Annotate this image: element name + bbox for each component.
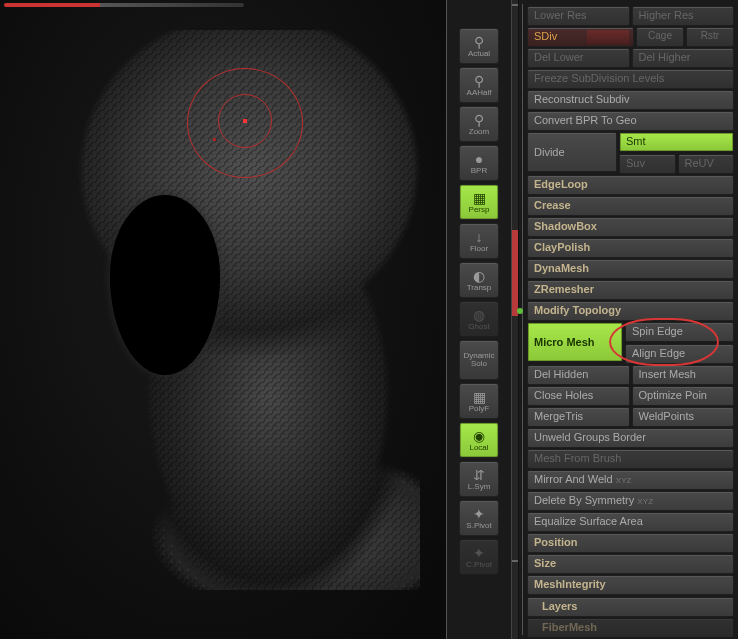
spin-edge-button[interactable]: Spin Edge [625,322,734,342]
tool-panel: Lower Res Higher Res SDiv Cage Rstr Del … [519,0,738,639]
reuv-button[interactable]: ReUV [678,154,735,174]
equalize-surface-button[interactable]: Equalize Surface Area [527,512,734,532]
shelf-transp-icon: ◐ [473,269,485,283]
shelf-ghost-label: Ghost [468,323,489,331]
section-dynamesh[interactable]: DynaMesh [527,259,734,279]
shelf-transp-button[interactable]: ◐Transp [459,262,499,298]
shelf-local-label: Local [469,444,488,452]
shelf-lsym-icon: ⇵ [473,468,485,482]
xyz-indicator-icon: X Y Z [616,476,634,485]
shelf-actual-icon: ⚲ [474,35,484,49]
unweld-groups-button[interactable]: Unweld Groups Border [527,428,734,448]
shelf-aahalf-icon: ⚲ [474,74,484,88]
shelf-bpr-icon: ● [475,152,483,166]
reconstruct-subdiv-button[interactable]: Reconstruct Subdiv [527,90,734,110]
viewport-divider [446,0,447,639]
shelf-cpivot-label: C.Pivot [466,561,492,569]
shelf-cpivot-button[interactable]: ✦C.Pivot [459,539,499,575]
mergetris-button[interactable]: MergeTris [527,407,630,427]
shelf-floor-button[interactable]: ↓Floor [459,223,499,259]
shelf-dynamic-solo-label: Solo [471,360,487,368]
shelf-bpr-button[interactable]: ●BPR [459,145,499,181]
shelf-cpivot-icon: ✦ [473,546,485,560]
section-crease[interactable]: Crease [527,196,734,216]
rstr-button[interactable]: Rstr [686,27,734,47]
optimize-points-button[interactable]: Optimize Poin [632,386,735,406]
shelf-zoom-label: Zoom [469,128,489,136]
section-size[interactable]: Size [527,554,734,574]
section-layers[interactable]: Layers [527,597,734,617]
history-slider[interactable] [4,3,244,7]
smt-button[interactable]: Smt [619,132,734,152]
close-holes-button[interactable]: Close Holes [527,386,630,406]
shelf-spivot-label: S.Pivot [466,522,491,530]
section-zremesher[interactable]: ZRemesher [527,280,734,300]
shelf-spivot-icon: ✦ [473,507,485,521]
freeze-subdiv-button[interactable]: Freeze SubDivision Levels [527,69,734,89]
section-meshintegrity[interactable]: MeshIntegrity [527,575,734,595]
convert-bpr-button[interactable]: Convert BPR To Geo [527,111,734,131]
shelf-local-icon: ◉ [473,429,485,443]
brush-center-dot [243,119,247,123]
delete-by-symmetry-button[interactable]: Delete By Symmetry X Y Z [527,491,734,511]
shelf-polyf-icon: ▦ [473,390,486,404]
micro-mesh-button[interactable]: Micro Mesh [527,322,623,362]
shelf-spivot-button[interactable]: ✦S.Pivot [459,500,499,536]
shelf-ghost-button[interactable]: ◍Ghost [459,301,499,337]
section-active-dot-icon [517,308,523,314]
shelf-local-button[interactable]: ◉Local [459,422,499,458]
cage-button[interactable]: Cage [636,27,684,47]
sdiv-label: SDiv [534,30,557,42]
align-edge-button[interactable]: Align Edge [625,344,734,364]
shelf-polyf-label: PolyF [469,405,489,413]
shelf-lsym-label: L.Sym [468,483,491,491]
mirror-and-weld-button[interactable]: Mirror And Weld X Y Z [527,470,734,490]
shelf-ghost-icon: ◍ [473,308,485,322]
shelf-actual-button[interactable]: ⚲Actual [459,28,499,64]
right-shelf: ⚲Actual⚲AAHalf⚲Zoom●BPR▦Persp↓Floor◐Tran… [447,0,511,639]
shelf-persp-label: Persp [469,206,490,214]
insert-mesh-button[interactable]: Insert Mesh [632,365,735,385]
shelf-polyf-button[interactable]: ▦PolyF [459,383,499,419]
shelf-floor-icon: ↓ [476,230,483,244]
section-position[interactable]: Position [527,533,734,553]
higher-res-button[interactable]: Higher Res [632,6,735,26]
shelf-floor-label: Floor [470,245,488,253]
shelf-actual-label: Actual [468,50,490,58]
section-fibermesh[interactable]: FiberMesh [527,618,734,638]
shelf-dynamic-solo-button[interactable]: DynamicSolo [459,340,499,380]
shelf-persp-button[interactable]: ▦Persp [459,184,499,220]
shelf-lsym-button[interactable]: ⇵L.Sym [459,461,499,497]
lower-res-button[interactable]: Lower Res [527,6,630,26]
suv-button[interactable]: Suv [619,154,676,174]
xyz-indicator-icon: X Y Z [637,497,655,506]
shelf-transp-label: Transp [467,284,492,292]
shelf-zoom-icon: ⚲ [474,113,484,127]
shelf-aahalf-button[interactable]: ⚲AAHalf [459,67,499,103]
mirror-and-weld-label: Mirror And Weld [534,473,613,485]
divide-button[interactable]: Divide [527,132,617,172]
section-shadowbox[interactable]: ShadowBox [527,217,734,237]
panel-scroll-strip[interactable] [511,0,519,639]
brush-secondary-dot [213,138,216,141]
shelf-persp-icon: ▦ [473,191,486,205]
section-claypolish[interactable]: ClayPolish [527,238,734,258]
del-hidden-button[interactable]: Del Hidden [527,365,630,385]
del-higher-button[interactable]: Del Higher [632,48,735,68]
shelf-bpr-label: BPR [471,167,487,175]
mesh-from-brush-button[interactable]: Mesh From Brush [527,449,734,469]
del-lower-button[interactable]: Del Lower [527,48,630,68]
shelf-aahalf-label: AAHalf [467,89,492,97]
section-modify-topology[interactable]: Modify Topology [527,301,734,321]
weldpoints-button[interactable]: WeldPoints [632,407,735,427]
sdiv-slider[interactable]: SDiv [527,27,634,47]
shelf-zoom-button[interactable]: ⚲Zoom [459,106,499,142]
delete-by-symmetry-label: Delete By Symmetry [534,494,634,506]
section-edgeloop[interactable]: EdgeLoop [527,175,734,195]
viewport-3d[interactable] [0,0,447,639]
